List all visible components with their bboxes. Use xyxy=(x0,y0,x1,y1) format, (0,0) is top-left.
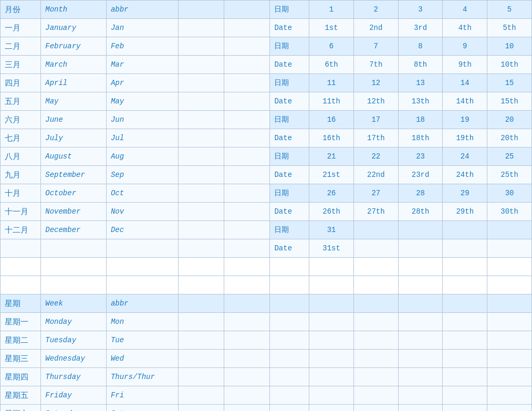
date-value xyxy=(398,239,443,258)
month-abbr: Dec xyxy=(106,221,178,239)
empty-cell xyxy=(353,368,398,386)
week-english: Wednesday xyxy=(41,350,107,368)
empty-cell xyxy=(178,129,224,147)
empty-cell xyxy=(224,129,270,147)
empty-cell xyxy=(398,313,443,331)
empty-cell xyxy=(178,74,224,92)
date-label: Date xyxy=(270,239,309,258)
empty-cell xyxy=(178,239,224,258)
date-value: 9 xyxy=(443,37,487,56)
month-english: February xyxy=(41,37,107,56)
date-value xyxy=(398,221,443,239)
week-english: Monday xyxy=(41,313,107,331)
month-english: July xyxy=(41,129,107,147)
date-value: 12 xyxy=(353,74,398,92)
empty-cell xyxy=(178,405,224,412)
empty-cell xyxy=(487,405,532,412)
empty-cell xyxy=(487,294,532,313)
date-value: 20th xyxy=(487,129,532,147)
date-value: 22 xyxy=(353,147,398,166)
date-value: 31st xyxy=(309,239,354,258)
empty-cell xyxy=(178,1,224,19)
empty-cell xyxy=(270,294,309,313)
date-label: 日期 xyxy=(270,147,309,166)
empty-cell xyxy=(443,405,487,412)
empty-cell xyxy=(224,147,270,166)
empty-cell xyxy=(178,221,224,239)
main-table: 月份Monthabbr日期12345一月JanuaryJanDate1st2nd… xyxy=(0,0,532,411)
empty-cell xyxy=(178,203,224,221)
empty-cell xyxy=(398,405,443,412)
empty-cell xyxy=(487,368,532,386)
empty-cell xyxy=(224,350,270,368)
month-chinese: 三月 xyxy=(1,56,41,74)
month-chinese: 十二月 xyxy=(1,221,41,239)
empty-cell xyxy=(224,405,270,412)
date-value xyxy=(353,276,398,294)
empty-cell xyxy=(443,368,487,386)
empty-cell xyxy=(178,147,224,166)
empty-cell xyxy=(443,294,487,313)
month-abbr: Feb xyxy=(106,37,178,56)
date-value: 29 xyxy=(443,184,487,203)
date-value: 23 xyxy=(398,147,443,166)
week-chinese: 星期四 xyxy=(1,368,41,386)
date-value xyxy=(487,276,532,294)
date-value: 11 xyxy=(309,74,354,92)
week-chinese: 星期一 xyxy=(1,313,41,331)
empty-cell xyxy=(224,386,270,405)
empty-cell xyxy=(270,368,309,386)
empty-cell xyxy=(224,166,270,184)
date-value: 9th xyxy=(443,56,487,74)
empty-cell xyxy=(398,368,443,386)
month-chinese: 九月 xyxy=(1,166,41,184)
empty-cell xyxy=(178,92,224,111)
month-chinese: 四月 xyxy=(1,74,41,92)
month-english xyxy=(41,258,107,276)
date-value xyxy=(487,221,532,239)
month-chinese: 八月 xyxy=(1,147,41,166)
empty-cell xyxy=(178,19,224,37)
date-value: 14th xyxy=(443,92,487,111)
empty-cell xyxy=(224,203,270,221)
month-chinese xyxy=(1,239,41,258)
empty-cell xyxy=(398,350,443,368)
date-value: 16 xyxy=(309,111,354,129)
month-abbr: Nov xyxy=(106,203,178,221)
date-value xyxy=(353,239,398,258)
date-value xyxy=(353,221,398,239)
empty-cell xyxy=(224,368,270,386)
date-value: 18 xyxy=(398,111,443,129)
month-abbr xyxy=(106,258,178,276)
week-abbr: Fri xyxy=(106,386,178,405)
month-chinese: 十一月 xyxy=(1,203,41,221)
date-value: 3rd xyxy=(398,19,443,37)
month-abbr: abbr xyxy=(106,1,178,19)
month-chinese xyxy=(1,258,41,276)
date-value: 20 xyxy=(487,111,532,129)
month-english: October xyxy=(41,184,107,203)
empty-cell xyxy=(487,313,532,331)
month-abbr: Jan xyxy=(106,19,178,37)
date-value xyxy=(487,258,532,276)
date-label: 日期 xyxy=(270,37,309,56)
date-label: Date xyxy=(270,203,309,221)
date-value: 11th xyxy=(309,92,354,111)
empty-cell xyxy=(178,313,224,331)
empty-cell xyxy=(224,239,270,258)
month-chinese: 六月 xyxy=(1,111,41,129)
empty-cell xyxy=(353,350,398,368)
empty-cell xyxy=(309,350,354,368)
date-value: 31 xyxy=(309,221,354,239)
date-value: 7 xyxy=(353,37,398,56)
empty-cell xyxy=(178,368,224,386)
date-value: 23rd xyxy=(398,166,443,184)
month-english: September xyxy=(41,166,107,184)
date-value: 28 xyxy=(398,184,443,203)
empty-cell xyxy=(224,74,270,92)
empty-cell xyxy=(270,350,309,368)
date-value xyxy=(443,276,487,294)
empty-cell xyxy=(178,294,224,313)
month-english: December xyxy=(41,221,107,239)
date-value: 21 xyxy=(309,147,354,166)
